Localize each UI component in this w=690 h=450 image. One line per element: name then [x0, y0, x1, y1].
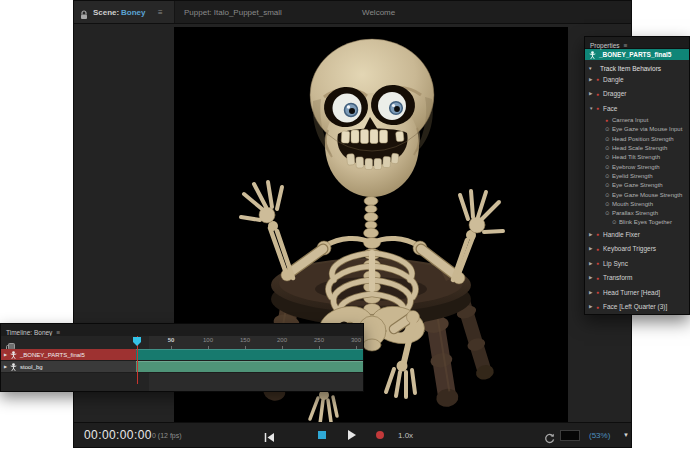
- properties-panel-header[interactable]: Properties≡: [585, 37, 689, 49]
- row-label: Eye Gaze Strength: [612, 182, 663, 188]
- stop-button[interactable]: [318, 431, 326, 439]
- param-row-eyebrow-strength[interactable]: ⊙Eyebrow Strength: [585, 162, 689, 171]
- scene-panel-menu-icon[interactable]: ≡: [158, 8, 163, 17]
- chevron-right-icon[interactable]: ▶: [589, 77, 596, 82]
- properties-title: Properties: [590, 42, 620, 49]
- playback-speed[interactable]: 1.0x: [398, 431, 413, 440]
- behavior-row-transform[interactable]: ▶●Transform: [585, 271, 689, 286]
- timeline-tracks: ▶_BONEY_PARTS_final5▶stool_bg: [1, 349, 363, 373]
- param-row-camera-input[interactable]: ●Camera Input: [585, 116, 689, 125]
- param-row-blink-eyes-together[interactable]: ⊙Blink Eyes Together: [585, 218, 689, 227]
- param-row-eye-gaze-strength[interactable]: ⊙Eye Gaze Strength: [585, 181, 689, 190]
- chevron-right-icon[interactable]: ▶: [589, 261, 596, 266]
- go-to-start-button[interactable]: [263, 429, 277, 441]
- behavior-row-dragger[interactable]: ▶●Dragger: [585, 87, 689, 102]
- behavior-row-lip-sync[interactable]: ▶●Lip Sync: [585, 256, 689, 271]
- chevron-right-icon[interactable]: ▶: [589, 232, 596, 237]
- row-label: Head Position Strength: [612, 136, 674, 142]
- scene-label: Scene:: [93, 8, 119, 17]
- chevron-right-icon[interactable]: ▶: [589, 246, 596, 251]
- track-bar-area: [136, 361, 363, 372]
- chevron-right-icon[interactable]: ▶: [589, 275, 596, 280]
- puppet-icon: [10, 363, 17, 371]
- timeline-ruler[interactable]: 50100150200250300: [136, 336, 365, 349]
- behavior-list: ▶●Dangle▶●Dragger▼●Face●Camera Input⊙Eye…: [585, 72, 689, 314]
- track-name: stool_bg: [20, 364, 43, 370]
- playback-bar: 00:00:00:00 0 (12 fps) 1.0x (53%) ▼: [74, 422, 631, 447]
- arm-for-record-dot[interactable]: ●: [596, 304, 603, 310]
- arm-for-record-dot[interactable]: ●: [596, 76, 603, 82]
- chevron-right-icon[interactable]: ▶: [589, 91, 596, 96]
- param-row-parallax-strength[interactable]: ⊙Parallax Strength: [585, 208, 689, 217]
- param-dot-icon: ⊙: [605, 136, 612, 142]
- arm-for-record-dot[interactable]: ●: [596, 246, 603, 252]
- row-label: Face [Left Quarter (3)]: [603, 303, 667, 310]
- timeline-panel-menu-icon[interactable]: ≡: [56, 329, 60, 336]
- timeline-track-row: ▶stool_bg: [1, 361, 363, 373]
- param-row-head-position-strength[interactable]: ⊙Head Position Strength: [585, 134, 689, 143]
- row-label: Head Tilt Strength: [612, 154, 660, 160]
- scene-name-link[interactable]: Boney: [121, 8, 145, 17]
- param-row-eye-gaze-via-mouse-input[interactable]: ⊙Eye Gaze via Mouse Input: [585, 125, 689, 134]
- properties-panel-menu-icon[interactable]: ≡: [624, 42, 628, 49]
- arm-for-record-dot[interactable]: ●: [596, 231, 603, 237]
- param-row-head-tilt-strength[interactable]: ⊙Head Tilt Strength: [585, 153, 689, 162]
- stage-zoom-level[interactable]: (53%): [589, 431, 610, 440]
- arm-for-record-dot[interactable]: ●: [596, 275, 603, 281]
- skull-illustration: [310, 39, 434, 197]
- ruler-label: 300: [351, 337, 361, 343]
- refresh-icon[interactable]: [544, 430, 555, 448]
- behavior-row-head-turner-head[interactable]: ▶●Head Turner [Head]: [585, 285, 689, 300]
- param-row-mouth-strength[interactable]: ⊙Mouth Strength: [585, 199, 689, 208]
- arm-for-record-dot[interactable]: ●: [605, 117, 612, 123]
- track-header-stool-bg[interactable]: ▶stool_bg: [1, 361, 136, 372]
- arm-for-record-dot[interactable]: ●: [596, 289, 603, 295]
- record-button[interactable]: [376, 431, 384, 439]
- ruler-label: 150: [240, 337, 250, 343]
- chevron-down-icon: ▼: [588, 66, 592, 71]
- track-item-behaviors-header[interactable]: ▼ Track Item Behaviors: [585, 60, 689, 72]
- arm-for-record-dot[interactable]: ●: [596, 260, 603, 266]
- behavior-row-handle-fixer[interactable]: ▶●Handle Fixer: [585, 227, 689, 242]
- behavior-row-face[interactable]: ▼●Face: [585, 101, 689, 116]
- row-label: Eyelid Strength: [612, 173, 653, 179]
- tab-welcome[interactable]: Welcome: [362, 8, 395, 17]
- track-bar-stool-bg[interactable]: [136, 361, 363, 372]
- row-label: Eye Gaze via Mouse Input: [612, 126, 682, 132]
- timecode-display[interactable]: 00:00:00:00: [84, 428, 152, 442]
- param-row-eyelid-strength[interactable]: ⊙Eyelid Strength: [585, 171, 689, 180]
- properties-panel: Properties≡ _BONEY_PARTS_final5 ▼ Track …: [584, 36, 690, 315]
- behavior-row-face-left-quarter-3[interactable]: ▶●Face [Left Quarter (3)]: [585, 300, 689, 315]
- row-label: Camera Input: [612, 117, 648, 123]
- selected-puppet-row[interactable]: _BONEY_PARTS_final5: [585, 49, 689, 60]
- behavior-row-dangle[interactable]: ▶●Dangle: [585, 72, 689, 87]
- play-button[interactable]: [348, 430, 356, 440]
- puppet-icon: [10, 351, 17, 359]
- behavior-row-keyboard-triggers[interactable]: ▶●Keyboard Triggers: [585, 242, 689, 257]
- param-dot-icon: ⊙: [605, 210, 612, 216]
- arm-for-record-dot[interactable]: ●: [596, 91, 603, 97]
- row-label: Handle Fixer: [603, 231, 640, 238]
- row-label: Head Scale Strength: [612, 145, 667, 151]
- row-label: Keyboard Triggers: [603, 245, 656, 252]
- param-row-head-scale-strength[interactable]: ⊙Head Scale Strength: [585, 143, 689, 152]
- row-label: Blink Eyes Together: [619, 219, 672, 225]
- ruler-label: 50: [168, 337, 175, 343]
- row-label: Face: [603, 105, 617, 112]
- row-label: Parallax Strength: [612, 210, 658, 216]
- row-label: Head Turner [Head]: [603, 289, 660, 296]
- row-label: Lip Sync: [603, 260, 628, 267]
- zoom-caret-down-icon[interactable]: ▼: [623, 432, 629, 438]
- timeline-track-row: ▶_BONEY_PARTS_final5: [1, 349, 363, 361]
- chevron-right-icon[interactable]: ▶: [589, 304, 596, 309]
- ruler-label: 100: [203, 337, 213, 343]
- track-bar-boney-parts-final5[interactable]: [136, 349, 363, 360]
- tab-puppet[interactable]: Puppet: Italo_Puppet_small: [184, 8, 282, 17]
- param-row-eye-gaze-mouse-strength[interactable]: ⊙Eye Gaze Mouse Strength: [585, 190, 689, 199]
- track-header-boney-parts-final5[interactable]: ▶_BONEY_PARTS_final5: [1, 349, 136, 360]
- chevron-down-icon[interactable]: ▼: [589, 106, 596, 111]
- tab-scene[interactable]: Scene: Boney ≡: [74, 1, 175, 23]
- chevron-right-icon[interactable]: ▶: [589, 290, 596, 295]
- arm-for-record-dot[interactable]: ●: [596, 105, 603, 111]
- background-color-swatch[interactable]: [560, 430, 580, 441]
